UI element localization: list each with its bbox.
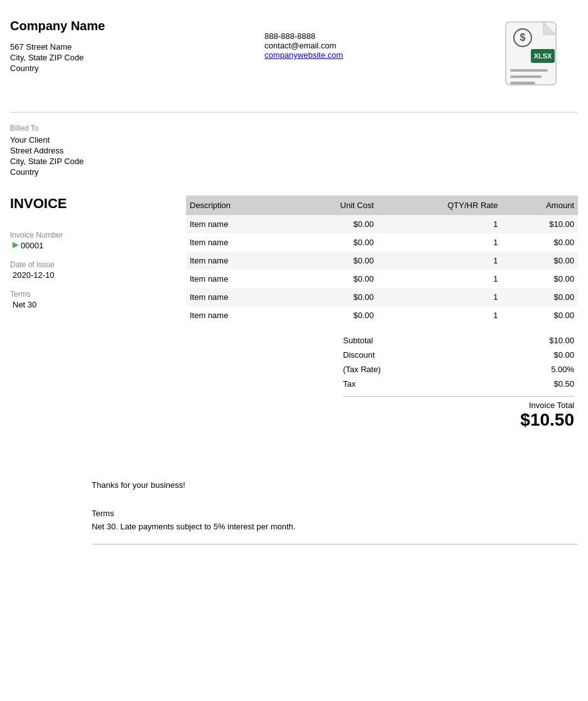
subtotal-row: Subtotal $10.00 bbox=[339, 333, 578, 348]
cell-amount: $0.00 bbox=[501, 251, 578, 270]
footer-thanks: Thanks for your business! bbox=[92, 480, 578, 490]
client-street: Street Address bbox=[10, 146, 578, 155]
line-items-table: Description Unit Cost QTY/HR Rate Amount… bbox=[186, 196, 578, 324]
totals-section: Subtotal $10.00 Discount $0.00 (Tax Rate… bbox=[186, 333, 578, 430]
invoice-total-value: $10.50 bbox=[343, 410, 574, 430]
cell-unit-cost: $0.00 bbox=[290, 270, 378, 288]
cell-description: Item name bbox=[186, 270, 290, 288]
cell-qty: 1 bbox=[378, 270, 501, 288]
invoice-terms-label: Terms bbox=[10, 290, 173, 299]
discount-value: $0.00 bbox=[553, 350, 574, 360]
footer-divider bbox=[92, 544, 578, 544]
cell-qty: 1 bbox=[378, 233, 501, 251]
invoice-number-value: 00001 bbox=[10, 241, 173, 250]
cell-qty: 1 bbox=[378, 215, 501, 233]
company-address-line2: City, State ZIP Code bbox=[10, 53, 105, 62]
subtotal-label: Subtotal bbox=[343, 336, 373, 345]
company-email: contact@email.com bbox=[264, 41, 336, 50]
svg-text:$: $ bbox=[520, 32, 526, 43]
company-website[interactable]: companywebsite.com bbox=[264, 50, 343, 60]
subtotal-value: $10.00 bbox=[549, 336, 574, 345]
cell-description: Item name bbox=[186, 306, 290, 324]
tax-rate-label: (Tax Rate) bbox=[343, 365, 381, 374]
cell-unit-cost: $0.00 bbox=[290, 233, 378, 251]
cell-qty: 1 bbox=[378, 251, 501, 270]
discount-row: Discount $0.00 bbox=[339, 348, 578, 362]
col-header-amount: Amount bbox=[501, 196, 578, 215]
invoice-left: INVOICE Invoice Number 00001 Date of Iss… bbox=[10, 196, 173, 430]
col-header-qty: QTY/HR Rate bbox=[378, 196, 501, 215]
invoice-body: INVOICE Invoice Number 00001 Date of Iss… bbox=[10, 196, 578, 430]
tax-label: Tax bbox=[343, 379, 356, 389]
billed-to-section: Billed To Your Client Street Address Cit… bbox=[10, 113, 578, 189]
table-row: Item name $0.00 1 $0.00 bbox=[186, 288, 578, 306]
svg-rect-7 bbox=[510, 82, 535, 84]
svg-text:XLSX: XLSX bbox=[534, 52, 552, 60]
tax-row: Tax $0.50 bbox=[339, 377, 578, 391]
cell-unit-cost: $0.00 bbox=[290, 306, 378, 324]
svg-rect-6 bbox=[510, 75, 542, 78]
cell-amount: $0.00 bbox=[501, 233, 578, 251]
invoice-date-value: 2020-12-10 bbox=[10, 270, 173, 280]
green-flag-icon bbox=[13, 242, 19, 248]
cell-description: Item name bbox=[186, 215, 290, 233]
invoice-number-label: Invoice Number bbox=[10, 231, 173, 240]
xlsx-icon: $ XLSX bbox=[503, 19, 572, 101]
company-phone: 888-888-8888 bbox=[264, 31, 315, 41]
invoice-date-label: Date of Issue bbox=[10, 260, 173, 269]
cell-unit-cost: $0.00 bbox=[290, 215, 378, 233]
header-section: Company Name 567 Street Name City, State… bbox=[10, 19, 578, 113]
invoice-table-section: Description Unit Cost QTY/HR Rate Amount… bbox=[186, 196, 578, 430]
cell-amount: $0.00 bbox=[501, 306, 578, 324]
client-country: Country bbox=[10, 167, 578, 177]
svg-rect-5 bbox=[510, 69, 548, 72]
tax-value: $0.50 bbox=[553, 379, 574, 389]
footer-terms-text: Net 30. Late payments subject to 5% inte… bbox=[92, 522, 578, 531]
cell-qty: 1 bbox=[378, 306, 501, 324]
client-city-state-zip: City, State ZIP Code bbox=[10, 157, 578, 166]
company-address-line1: 567 Street Name bbox=[10, 42, 105, 52]
cell-description: Item name bbox=[186, 288, 290, 306]
cell-unit-cost: $0.00 bbox=[290, 251, 378, 270]
table-row: Item name $0.00 1 $0.00 bbox=[186, 233, 578, 251]
company-info: Company Name 567 Street Name City, State… bbox=[10, 19, 105, 74]
invoice-page: Company Name 567 Street Name City, State… bbox=[0, 0, 588, 701]
cell-unit-cost: $0.00 bbox=[290, 288, 378, 306]
table-row: Item name $0.00 1 $10.00 bbox=[186, 215, 578, 233]
footer-terms-label: Terms bbox=[92, 509, 578, 518]
client-name: Your Client bbox=[10, 135, 578, 145]
table-row: Item name $0.00 1 $0.00 bbox=[186, 251, 578, 270]
cell-amount: $0.00 bbox=[501, 288, 578, 306]
company-country: Country bbox=[10, 63, 105, 73]
totals-table: Subtotal $10.00 Discount $0.00 (Tax Rate… bbox=[339, 333, 578, 430]
footer-section: Thanks for your business! Terms Net 30. … bbox=[10, 480, 578, 544]
table-row: Item name $0.00 1 $0.00 bbox=[186, 270, 578, 288]
col-header-description: Description bbox=[186, 196, 290, 215]
cell-amount: $10.00 bbox=[501, 215, 578, 233]
tax-rate-value: 5.00% bbox=[551, 365, 574, 374]
billed-to-label: Billed To bbox=[10, 124, 578, 133]
invoice-total-label: Invoice Total bbox=[343, 400, 574, 410]
discount-label: Discount bbox=[343, 350, 375, 360]
tax-rate-row: (Tax Rate) 5.00% bbox=[339, 362, 578, 377]
company-contact: 888-888-8888 contact@email.com companywe… bbox=[264, 31, 343, 60]
invoice-title: INVOICE bbox=[10, 196, 173, 212]
invoice-terms-value: Net 30 bbox=[10, 300, 173, 309]
col-header-unit-cost: Unit Cost bbox=[290, 196, 378, 215]
company-name: Company Name bbox=[10, 19, 105, 33]
cell-description: Item name bbox=[186, 233, 290, 251]
cell-qty: 1 bbox=[378, 288, 501, 306]
table-row: Item name $0.00 1 $0.00 bbox=[186, 306, 578, 324]
cell-description: Item name bbox=[186, 251, 290, 270]
cell-amount: $0.00 bbox=[501, 270, 578, 288]
